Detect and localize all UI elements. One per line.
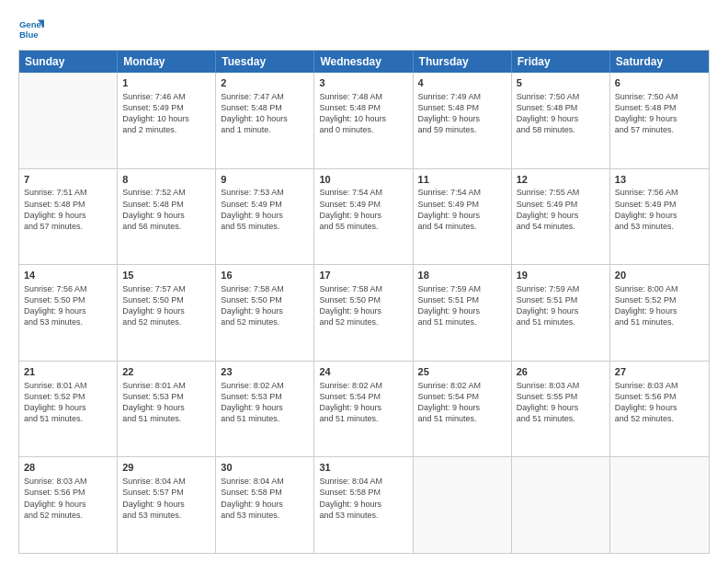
day-info: Sunrise: 7:50 AM Sunset: 5:48 PM Dayligh…: [517, 91, 605, 136]
calendar-cell: 13Sunrise: 7:56 AM Sunset: 5:49 PM Dayli…: [610, 169, 709, 265]
calendar-cell: [414, 457, 512, 553]
calendar-cell: 10Sunrise: 7:54 AM Sunset: 5:49 PM Dayli…: [314, 169, 413, 265]
day-info: Sunrise: 7:59 AM Sunset: 5:51 PM Dayligh…: [517, 283, 605, 328]
day-number: 6: [615, 76, 704, 90]
calendar-cell: 9Sunrise: 7:53 AM Sunset: 5:49 PM Daylig…: [216, 169, 314, 265]
calendar-cell: 17Sunrise: 7:58 AM Sunset: 5:50 PM Dayli…: [314, 265, 413, 361]
day-info: Sunrise: 7:57 AM Sunset: 5:50 PM Dayligh…: [122, 283, 210, 328]
calendar-cell: 24Sunrise: 8:02 AM Sunset: 5:54 PM Dayli…: [314, 362, 413, 457]
day-info: Sunrise: 7:47 AM Sunset: 5:48 PM Dayligh…: [221, 91, 309, 136]
day-number: 29: [122, 461, 210, 475]
calendar-cell: 21Sunrise: 8:01 AM Sunset: 5:52 PM Dayli…: [19, 362, 118, 457]
day-number: 22: [122, 365, 210, 379]
day-info: Sunrise: 7:49 AM Sunset: 5:48 PM Dayligh…: [418, 91, 506, 136]
calendar-cell: 1Sunrise: 7:46 AM Sunset: 5:49 PM Daylig…: [118, 73, 216, 168]
calendar-cell: 22Sunrise: 8:01 AM Sunset: 5:53 PM Dayli…: [118, 362, 216, 457]
day-info: Sunrise: 7:51 AM Sunset: 5:48 PM Dayligh…: [24, 187, 112, 232]
day-info: Sunrise: 7:56 AM Sunset: 5:49 PM Dayligh…: [615, 187, 704, 232]
day-number: 28: [24, 461, 112, 475]
calendar-cell: 16Sunrise: 7:58 AM Sunset: 5:50 PM Dayli…: [216, 265, 314, 361]
day-number: 5: [517, 76, 605, 90]
day-info: Sunrise: 7:53 AM Sunset: 5:49 PM Dayligh…: [221, 187, 309, 232]
calendar-header-day: Sunday: [19, 51, 118, 73]
day-number: 26: [517, 365, 605, 379]
day-number: 31: [319, 461, 407, 475]
calendar-cell: 4Sunrise: 7:49 AM Sunset: 5:48 PM Daylig…: [414, 73, 512, 168]
calendar-cell: 7Sunrise: 7:51 AM Sunset: 5:48 PM Daylig…: [19, 169, 118, 265]
day-number: 11: [418, 173, 506, 187]
calendar-cell: 31Sunrise: 8:04 AM Sunset: 5:58 PM Dayli…: [314, 457, 413, 553]
day-info: Sunrise: 8:02 AM Sunset: 5:54 PM Dayligh…: [319, 380, 407, 425]
day-number: 24: [319, 365, 407, 379]
calendar: SundayMondayTuesdayWednesdayThursdayFrid…: [18, 50, 710, 554]
calendar-cell: 8Sunrise: 7:52 AM Sunset: 5:48 PM Daylig…: [118, 169, 216, 265]
day-number: 30: [221, 461, 309, 475]
day-number: 27: [615, 365, 704, 379]
calendar-cell: 20Sunrise: 8:00 AM Sunset: 5:52 PM Dayli…: [610, 265, 709, 361]
calendar-week-row: 14Sunrise: 7:56 AM Sunset: 5:50 PM Dayli…: [19, 265, 709, 362]
day-number: 17: [319, 269, 407, 282]
calendar-cell: 15Sunrise: 7:57 AM Sunset: 5:50 PM Dayli…: [118, 265, 216, 361]
day-info: Sunrise: 7:55 AM Sunset: 5:49 PM Dayligh…: [517, 187, 605, 232]
day-info: Sunrise: 8:02 AM Sunset: 5:54 PM Dayligh…: [418, 380, 506, 425]
day-info: Sunrise: 7:59 AM Sunset: 5:51 PM Dayligh…: [418, 283, 506, 328]
calendar-cell: 12Sunrise: 7:55 AM Sunset: 5:49 PM Dayli…: [512, 169, 610, 265]
day-info: Sunrise: 7:48 AM Sunset: 5:48 PM Dayligh…: [319, 91, 407, 136]
calendar-header-day: Tuesday: [216, 51, 314, 73]
calendar-cell: 27Sunrise: 8:03 AM Sunset: 5:56 PM Dayli…: [610, 362, 709, 457]
logo-icon: General Blue: [18, 17, 44, 42]
day-number: 8: [122, 173, 210, 187]
day-info: Sunrise: 7:58 AM Sunset: 5:50 PM Dayligh…: [221, 283, 309, 328]
svg-text:Blue: Blue: [19, 29, 39, 40]
calendar-cell: 14Sunrise: 7:56 AM Sunset: 5:50 PM Dayli…: [19, 265, 118, 361]
calendar-header-day: Thursday: [414, 51, 512, 73]
calendar-cell: 29Sunrise: 8:04 AM Sunset: 5:57 PM Dayli…: [118, 457, 216, 553]
logo: General Blue: [18, 17, 46, 42]
day-number: 20: [615, 269, 704, 282]
page: General Blue SundayMondayTuesdayWednesda…: [0, 0, 728, 563]
calendar-cell: 3Sunrise: 7:48 AM Sunset: 5:48 PM Daylig…: [314, 73, 413, 168]
calendar-cell: [512, 457, 610, 553]
day-info: Sunrise: 7:54 AM Sunset: 5:49 PM Dayligh…: [319, 187, 407, 232]
calendar-header: SundayMondayTuesdayWednesdayThursdayFrid…: [19, 51, 709, 73]
day-info: Sunrise: 8:03 AM Sunset: 5:56 PM Dayligh…: [24, 476, 112, 521]
calendar-cell: 19Sunrise: 7:59 AM Sunset: 5:51 PM Dayli…: [512, 265, 610, 361]
calendar-header-day: Friday: [512, 51, 610, 73]
calendar-cell: 18Sunrise: 7:59 AM Sunset: 5:51 PM Dayli…: [414, 265, 512, 361]
header: General Blue: [18, 17, 710, 42]
day-info: Sunrise: 7:50 AM Sunset: 5:48 PM Dayligh…: [615, 91, 704, 136]
day-info: Sunrise: 8:04 AM Sunset: 5:58 PM Dayligh…: [221, 476, 309, 521]
day-number: 9: [221, 173, 309, 187]
day-info: Sunrise: 7:58 AM Sunset: 5:50 PM Dayligh…: [319, 283, 407, 328]
day-number: 7: [24, 173, 112, 187]
day-number: 19: [517, 269, 605, 282]
day-number: 12: [517, 173, 605, 187]
calendar-cell: 6Sunrise: 7:50 AM Sunset: 5:48 PM Daylig…: [610, 73, 709, 168]
day-number: 15: [122, 269, 210, 282]
calendar-cell: 26Sunrise: 8:03 AM Sunset: 5:55 PM Dayli…: [512, 362, 610, 457]
day-info: Sunrise: 8:01 AM Sunset: 5:53 PM Dayligh…: [122, 380, 210, 425]
day-number: 2: [221, 76, 309, 90]
calendar-week-row: 28Sunrise: 8:03 AM Sunset: 5:56 PM Dayli…: [19, 457, 709, 553]
calendar-week-row: 21Sunrise: 8:01 AM Sunset: 5:52 PM Dayli…: [19, 362, 709, 458]
calendar-cell: 25Sunrise: 8:02 AM Sunset: 5:54 PM Dayli…: [414, 362, 512, 457]
calendar-header-day: Saturday: [610, 51, 709, 73]
calendar-header-day: Monday: [118, 51, 216, 73]
day-info: Sunrise: 8:02 AM Sunset: 5:53 PM Dayligh…: [221, 380, 309, 425]
day-number: 14: [24, 269, 112, 282]
day-info: Sunrise: 8:03 AM Sunset: 5:56 PM Dayligh…: [615, 380, 704, 425]
day-number: 3: [319, 76, 407, 90]
calendar-cell: 30Sunrise: 8:04 AM Sunset: 5:58 PM Dayli…: [216, 457, 314, 553]
calendar-cell: 28Sunrise: 8:03 AM Sunset: 5:56 PM Dayli…: [19, 457, 118, 553]
day-number: 25: [418, 365, 506, 379]
calendar-cell: 23Sunrise: 8:02 AM Sunset: 5:53 PM Dayli…: [216, 362, 314, 457]
day-info: Sunrise: 8:01 AM Sunset: 5:52 PM Dayligh…: [24, 380, 112, 425]
calendar-body: 1Sunrise: 7:46 AM Sunset: 5:49 PM Daylig…: [19, 73, 709, 553]
calendar-cell: [610, 457, 709, 553]
calendar-cell: [19, 73, 118, 168]
calendar-cell: 11Sunrise: 7:54 AM Sunset: 5:49 PM Dayli…: [414, 169, 512, 265]
day-number: 21: [24, 365, 112, 379]
day-info: Sunrise: 8:03 AM Sunset: 5:55 PM Dayligh…: [517, 380, 605, 425]
day-number: 18: [418, 269, 506, 282]
calendar-week-row: 7Sunrise: 7:51 AM Sunset: 5:48 PM Daylig…: [19, 169, 709, 266]
